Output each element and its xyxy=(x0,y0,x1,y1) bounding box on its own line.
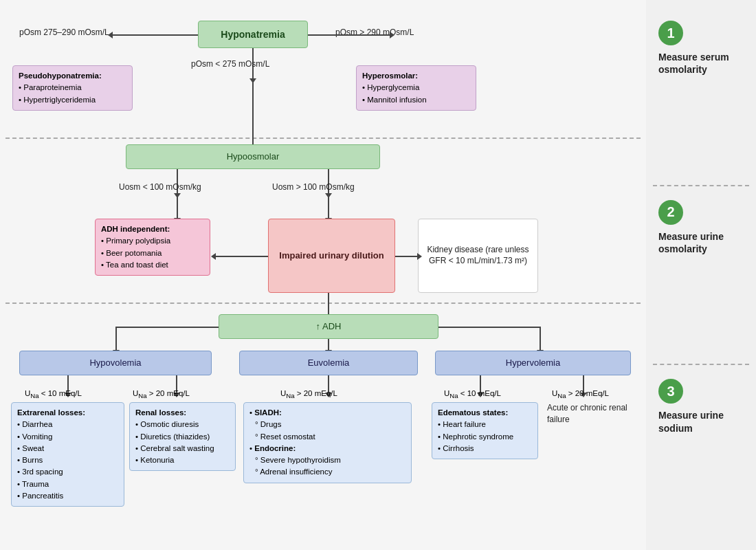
sidebar: 1 Measure serum osmolarity 2 Measure uri… xyxy=(646,0,756,550)
arrow-uosm-high-down xyxy=(328,194,329,219)
adh-independent-box: ADH independent: Primary polydipsia Beer… xyxy=(95,219,210,276)
extrarenal-box: Extrarenal losses: Diarrhea Vomiting Swe… xyxy=(11,402,124,507)
arrow-impaired-left xyxy=(215,256,268,257)
hyponatremia-box: Hyponatremia xyxy=(198,21,308,48)
divider-1 xyxy=(5,138,641,139)
sidebar-step-1: 1 Measure serum osmolarity xyxy=(653,7,749,185)
adh-box: ↑ ADH xyxy=(219,314,438,339)
impaired-box: Impaired urinary dilution xyxy=(268,219,395,293)
kidney-disease-box: Kidney disease (rare unless GFR < 10 mL/… xyxy=(418,219,538,293)
posm-275-label: pOsm < 275 mOsm/L xyxy=(191,59,269,69)
hyperosmolar-box: Hyperosmolar: Hyperglycemia Mannitol inf… xyxy=(356,65,476,111)
hypoosmolar-box: Hypoosmolar xyxy=(126,144,380,169)
una-gt20-eu: UNa > 20 mEq/L xyxy=(280,389,337,399)
flowchart-area: Hyponatremia pOsm 275–290 mOsm/L pOsm > … xyxy=(0,0,646,550)
arrow-to-adh-v xyxy=(328,293,329,315)
arrow-uosm-low-down xyxy=(177,194,178,219)
adh-center-v xyxy=(328,339,329,351)
renal-failure-box: Acute or chronic renal failure xyxy=(547,402,643,426)
pseudohypo-box: Pseudohyponatremia: Paraproteinemia Hype… xyxy=(12,65,133,111)
renal-losses-box: Renal losses: Osmotic diuresis Diuretics… xyxy=(129,402,236,471)
arrow-to-hypoosmolar xyxy=(252,80,254,145)
flowchart: Hyponatremia pOsm 275–290 mOsm/L pOsm > … xyxy=(5,7,641,543)
posm-low-label: pOsm 275–290 mOsm/L xyxy=(19,28,109,37)
step-1-number: 1 xyxy=(658,21,683,45)
step-1-label: Measure serum osmolarity xyxy=(658,51,744,76)
edematous-box: Edematous states: Heart failure Nephroti… xyxy=(432,402,538,459)
divider-2 xyxy=(5,302,641,304)
adh-right-v xyxy=(540,327,541,351)
una-gt20-hypo: UNa > 20 mEq/L xyxy=(133,389,190,399)
una-lt10-hyper: UNa < 10 mEq/L xyxy=(444,389,501,399)
adh-right-h xyxy=(438,327,540,328)
hypervolemia-box: Hypervolemia xyxy=(435,351,631,375)
uosm-low-label: Uosm < 100 mOsm/kg xyxy=(119,182,201,192)
hypovolemia-box: Hypovolemia xyxy=(19,351,212,375)
euvolemia-box: Euvolemia xyxy=(239,351,418,375)
arrow-hypo-right xyxy=(308,34,390,36)
uosm-high-label: Uosm > 100 mOsm/kg xyxy=(272,182,355,192)
arrow-hypo-left xyxy=(112,34,198,36)
arrow-impaired-right xyxy=(395,256,418,257)
step-2-number: 2 xyxy=(658,200,683,225)
step-3-label: Measure urine sodium xyxy=(658,409,744,434)
una-lt10-hypo: UNa < 10 mEq/L xyxy=(25,389,82,399)
step-3-number: 3 xyxy=(658,379,683,404)
sidebar-step-2: 2 Measure urine osmolarity xyxy=(653,185,749,364)
step-2-label: Measure urine osmolarity xyxy=(658,230,744,255)
una-gt20-hyper: UNa > 20 mEq/L xyxy=(552,389,609,399)
siadh-box: SIADH: Drugs Reset osmostat Endocrine: S… xyxy=(243,402,412,483)
sidebar-step-3: 3 Measure urine sodium xyxy=(653,364,749,543)
adh-left-h xyxy=(115,327,219,328)
adh-left-v xyxy=(115,327,117,351)
